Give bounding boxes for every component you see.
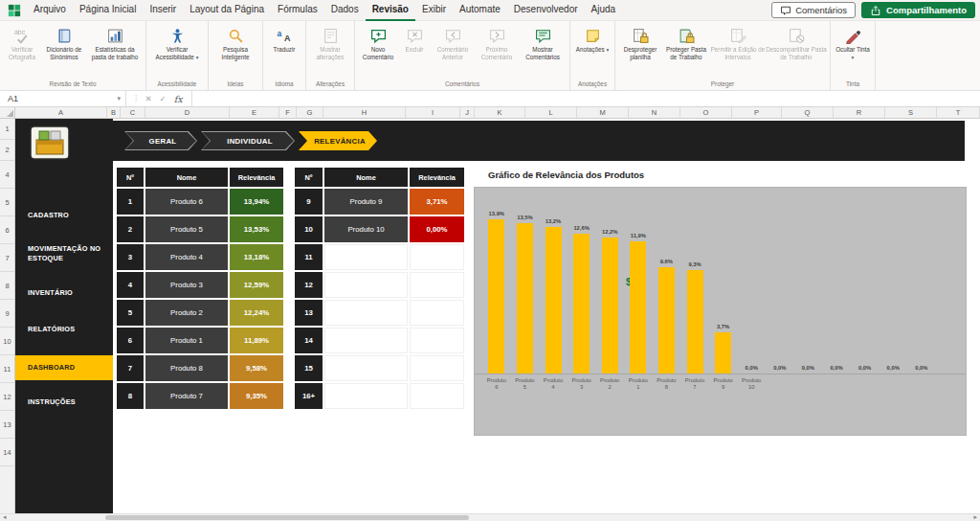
table-cell-value[interactable]: 9,35% [230, 383, 283, 409]
insert-function-icon[interactable]: fx [174, 94, 183, 104]
menu-desenvolvedor[interactable]: Desenvolvedor [507, 0, 585, 21]
table-cell-value[interactable]: 13,94% [230, 189, 283, 215]
table-cell-empty[interactable] [324, 244, 408, 270]
table-cell-name[interactable]: Produto 10 [324, 216, 408, 242]
column-header-Q[interactable]: Q [782, 107, 834, 118]
table-cell-num[interactable]: 3 [117, 244, 144, 270]
ribbon-button-verificar-acessibilidade[interactable]: Verificar Acessibilidade ▾ [149, 24, 205, 77]
table-cell-empty[interactable] [410, 300, 464, 326]
row-header-4[interactable]: 4 [0, 161, 14, 189]
nav-tab-individual[interactable]: INDIVIDUAL [201, 131, 295, 150]
table-cell-empty[interactable] [324, 328, 408, 353]
menu-arquivo[interactable]: Arquivo [27, 0, 73, 21]
column-header-I[interactable]: I [406, 107, 460, 118]
formula-input[interactable] [192, 91, 980, 106]
column-header-D[interactable]: D [145, 107, 230, 118]
column-header-L[interactable]: L [525, 107, 577, 118]
table-cell-num[interactable]: 6 [117, 328, 144, 353]
row-header-6[interactable]: 6 [0, 216, 14, 244]
scrollbar-thumb[interactable] [105, 515, 469, 520]
sidebar-item-inventario[interactable]: INVENTÁRIO [15, 288, 113, 298]
row-header-8[interactable]: 8 [0, 272, 14, 300]
nav-tab-relevancia[interactable]: RELEVÂNCIA [299, 131, 377, 150]
column-header-G[interactable]: G [297, 107, 323, 118]
ribbon-button-proteger-pasta-de-trabalho[interactable]: Proteger Pasta de Trabalho [662, 24, 710, 77]
excel-app-icon[interactable] [8, 4, 21, 17]
ribbon-button-desproteger-planilha[interactable]: Desproteger planilha [618, 24, 662, 77]
table-cell-empty[interactable] [324, 300, 408, 326]
column-header-T[interactable]: T [937, 107, 980, 118]
name-box[interactable]: A1 ▾ [0, 91, 126, 106]
row-header-9[interactable]: 9 [0, 300, 14, 328]
ribbon-button-ocultar-tinta[interactable]: Ocultar Tinta ▾ [834, 24, 872, 77]
ribbon-button-dicionario-de-sinonimos[interactable]: Dicionário de Sinônimos [41, 24, 87, 77]
scroll-left-icon[interactable]: ◂ [3, 513, 7, 521]
column-header-E[interactable]: E [230, 107, 279, 118]
column-header-J[interactable]: J [460, 107, 475, 118]
table-cell-value[interactable]: 0,00% [410, 216, 464, 242]
table-cell-num[interactable]: 9 [295, 189, 323, 215]
row-header-10[interactable]: 10 [0, 328, 14, 355]
table-cell-empty[interactable] [410, 244, 464, 270]
column-header-N[interactable]: N [629, 107, 680, 118]
table-cell-empty[interactable] [410, 383, 464, 409]
table-cell-num[interactable]: 4 [117, 272, 144, 298]
table-cell-value[interactable]: 3,71% [410, 189, 464, 215]
table-cell-empty[interactable] [410, 328, 464, 353]
row-header-2[interactable]: 2 [0, 140, 14, 161]
table-cell-name[interactable]: Produto 8 [145, 355, 228, 381]
table-cell-empty[interactable] [410, 355, 464, 381]
table-cell-value[interactable]: 12,24% [230, 300, 283, 326]
menu-revisao[interactable]: Revisão [366, 0, 415, 21]
table-cell-name[interactable]: Produto 5 [145, 216, 228, 242]
table-cell-num[interactable]: 14 [295, 328, 323, 353]
column-header-O[interactable]: O [680, 107, 732, 118]
table-cell-num[interactable]: 7 [117, 355, 144, 381]
name-box-caret-icon[interactable]: ▾ [117, 95, 125, 102]
scroll-right-icon[interactable]: ▸ [973, 513, 977, 521]
column-header-M[interactable]: M [577, 107, 629, 118]
enter-icon[interactable]: ✓ [160, 94, 167, 103]
table-cell-name[interactable]: Produto 4 [145, 244, 228, 270]
table-cell-num[interactable]: 8 [117, 383, 144, 409]
column-header-F[interactable]: F [279, 107, 297, 118]
column-header-R[interactable]: R [834, 107, 885, 118]
table-cell-value[interactable]: 12,59% [230, 272, 283, 298]
menu-formulas[interactable]: Fórmulas [271, 0, 324, 21]
row-header-13[interactable]: 13 [0, 411, 14, 439]
table-cell-num[interactable]: 11 [295, 244, 323, 270]
ribbon-button-pesquisa-inteligente[interactable]: Pesquisa Inteligente [212, 24, 259, 77]
row-header-7[interactable]: 7 [0, 244, 14, 272]
comments-button[interactable]: Comentários [771, 2, 856, 18]
table-cell-num[interactable]: 5 [117, 300, 144, 326]
row-header-12[interactable]: 12 [0, 383, 14, 411]
menu-automate[interactable]: Automate [453, 0, 507, 21]
menu-inserir[interactable]: Inserir [143, 0, 183, 21]
table-cell-value[interactable]: 11,89% [230, 328, 283, 353]
table-cell-name[interactable]: Produto 1 [145, 328, 228, 353]
column-header-K[interactable]: K [475, 107, 525, 118]
menu-ajuda[interactable]: Ajuda [585, 0, 623, 21]
sidebar-item-relatorios[interactable]: RELATÓRIOS [15, 325, 113, 334]
row-header-14[interactable]: 14 [0, 439, 14, 466]
sidebar-item-instrucoes[interactable]: INSTRUÇÕES [15, 397, 113, 407]
nav-tab-geral[interactable]: GERAL [124, 131, 197, 150]
share-button[interactable]: Compartilhamento [861, 2, 975, 18]
table-cell-value[interactable]: 13,18% [230, 244, 283, 270]
row-header-1[interactable]: 1 [0, 119, 14, 140]
column-header-A[interactable]: A [15, 107, 107, 118]
table-cell-num[interactable]: 15 [295, 355, 323, 381]
sidebar-item-cadastro[interactable]: CADASTRO [15, 211, 113, 220]
table-cell-name[interactable]: Produto 2 [145, 300, 228, 326]
chart-plot-area[interactable]: $ 13,9%Produto613,5%Produto513,2%Produto… [474, 187, 967, 436]
table-cell-value[interactable]: 13,53% [230, 216, 283, 242]
ribbon-button-traduzir[interactable]: aATraduzir [266, 24, 302, 77]
table-cell-value[interactable]: 9,58% [230, 355, 283, 381]
ribbon-button-anotacoes[interactable]: Anotações ▾ [573, 24, 612, 77]
ribbon-button-estatisticas-da-pasta-de-trabalho[interactable]: Estatísticas da pasta de trabalho [87, 24, 143, 77]
sidebar-item-movimentacao-no-estoque[interactable]: MOVIMENTAÇÃO NO ESTOQUE [15, 244, 113, 263]
table-cell-empty[interactable] [324, 272, 408, 298]
ribbon-button-novo-comentario[interactable]: Novo Comentário [358, 24, 398, 77]
sheet-canvas[interactable]: CADASTROMOVIMENTAÇÃO NO ESTOQUEINVENTÁRI… [15, 119, 980, 513]
menu-exibir[interactable]: Exibir [415, 0, 453, 21]
